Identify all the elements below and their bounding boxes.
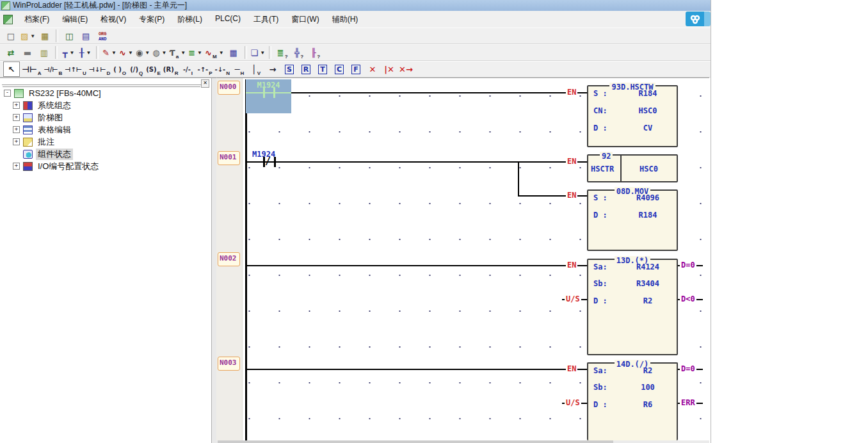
menu-item-plc[interactable]: PLC(C): [209, 12, 247, 28]
address-book-icon[interactable]: ▥: [36, 45, 52, 60]
panel-grip[interactable]: [2, 81, 201, 85]
relay-instr-icon[interactable]: R: [298, 62, 314, 76]
menu-item-ladder[interactable]: 阶梯(L): [171, 12, 209, 28]
collapse-icon[interactable]: -: [4, 90, 11, 97]
monitor-a-dropdown-arrow[interactable]: ▼: [181, 47, 186, 60]
rising-edge-icon[interactable]: -↑-P: [197, 62, 213, 76]
scrollbar-thumb[interactable]: [218, 440, 613, 443]
status-list-icon[interactable]: ≡▼: [188, 45, 203, 60]
param-value[interactable]: R4096: [622, 193, 674, 202]
param-value[interactable]: R4124: [622, 262, 674, 271]
menu-item-tool[interactable]: 工具(T): [247, 12, 285, 28]
new-file-icon[interactable]: □: [3, 29, 19, 43]
expand-icon[interactable]: +: [13, 114, 20, 121]
function-block-mul[interactable]: 13D.(*) Sa:R4124 Sb:R3404 D :R2: [587, 259, 678, 355]
horizontal-line-icon[interactable]: ─H: [232, 62, 247, 76]
delete-network-icon[interactable]: ✕→: [398, 62, 414, 76]
fatek-logo-button[interactable]: [686, 12, 704, 26]
sequential-instr-icon[interactable]: S: [282, 62, 297, 76]
coil-reset-icon[interactable]: (R)R: [163, 62, 179, 76]
network-label-n003[interactable]: N003: [218, 357, 240, 371]
mdi-child-icon[interactable]: [3, 15, 13, 24]
network-label-n000[interactable]: N000: [218, 81, 240, 95]
network-label-n001[interactable]: N001: [218, 151, 240, 165]
coil-out-icon[interactable]: ( )O: [112, 62, 127, 76]
relay-monitor-icon[interactable]: ◍▼: [152, 45, 167, 60]
edit-comment-icon[interactable]: ✎▼: [102, 45, 117, 60]
block-cell[interactable]: HSC0: [639, 165, 658, 173]
register-monitor-icon[interactable]: ∿M▼: [204, 45, 225, 60]
param-value[interactable]: 100: [622, 383, 674, 392]
panel-splitter[interactable]: [211, 77, 216, 443]
param-value[interactable]: R2: [622, 296, 674, 305]
function-block-mov[interactable]: 08D.MOV S :R4096 D :R184: [587, 189, 678, 251]
menu-item-help[interactable]: 辅助(H): [326, 12, 365, 28]
io-convert-icon[interactable]: ⇄: [3, 45, 19, 60]
network-label-n002[interactable]: N002: [218, 252, 240, 266]
param-value[interactable]: R2: [622, 366, 674, 375]
selected-contact-m1924[interactable]: M1924: [246, 79, 291, 113]
expand-icon[interactable]: +: [13, 138, 20, 145]
menu-item-edit[interactable]: 编辑(E): [56, 12, 94, 28]
zoom-register-icon[interactable]: ◉▼: [135, 45, 150, 60]
tree-item-component-status[interactable]: 组件状态: [0, 148, 211, 160]
network-view-dropdown-arrow[interactable]: ▼: [86, 47, 91, 60]
open-file-dropdown-arrow[interactable]: ▼: [30, 30, 35, 43]
tree-item-table-edit[interactable]: +表格编辑: [0, 124, 211, 136]
function-block-div[interactable]: 14D.(/) Sa:R2 Sb:100 D :R6: [587, 362, 678, 440]
param-value[interactable]: R184: [622, 211, 674, 220]
tree-item-rs232-root[interactable]: -RS232 [FBs-40MC]: [0, 87, 211, 99]
menu-item-window[interactable]: 窗口(W): [285, 12, 325, 28]
menu-item-project[interactable]: 专案(P): [133, 12, 171, 28]
timer-instr-icon[interactable]: T: [315, 62, 330, 76]
param-value[interactable]: R184: [622, 89, 674, 98]
expand-icon[interactable]: +: [13, 102, 20, 109]
function-block-hsctw[interactable]: 93D.HSCTW S :R184 CN:HSC0 D :CV: [587, 85, 678, 147]
continue-line-icon[interactable]: →: [265, 62, 280, 76]
register-monitor-dropdown-arrow[interactable]: ▼: [219, 47, 224, 60]
contact-down-icon[interactable]: ⊣↓⊢D: [88, 62, 111, 76]
param-value[interactable]: R3404: [622, 279, 674, 288]
title-bar[interactable]: WinProLadder [轻工机械.pdw] - [阶梯图 - 主单元一]: [0, 0, 711, 12]
panel-close-button[interactable]: ✕: [201, 79, 209, 88]
table-window-icon[interactable]: ▤: [78, 29, 93, 43]
monitor-io-dropdown-arrow[interactable]: ▼: [128, 47, 133, 60]
param-value[interactable]: CV: [622, 124, 674, 133]
menu-item-file[interactable]: 档案(F): [18, 12, 56, 28]
save-file-icon[interactable]: ▦: [37, 29, 52, 43]
param-value[interactable]: R6: [622, 400, 674, 409]
function-instr-icon[interactable]: F: [348, 62, 364, 76]
tree-item-system-config[interactable]: +系统组态: [0, 99, 211, 111]
tree-item-io-config-status[interactable]: +I/O编号配置状态: [0, 160, 211, 172]
open-file-icon[interactable]: ▨▼: [20, 29, 36, 43]
delete-column-icon[interactable]: |✕: [382, 62, 397, 76]
expand-icon[interactable]: +: [13, 163, 20, 170]
relay-monitor-dropdown-arrow[interactable]: ▼: [162, 47, 167, 60]
ladder-window-icon[interactable]: ◫: [61, 29, 77, 43]
org-and-icon[interactable]: ORGAND: [95, 29, 110, 43]
tree-item-ladder-diagram[interactable]: +阶梯图: [0, 111, 211, 124]
network-view-icon[interactable]: ╂▼: [77, 45, 93, 60]
delete-element-icon[interactable]: ✕: [365, 62, 380, 76]
falling-edge-icon[interactable]: -↓-N: [214, 62, 230, 76]
edit-comment-dropdown-arrow[interactable]: ▼: [111, 47, 117, 60]
counter-instr-icon[interactable]: C: [332, 62, 347, 76]
project-tree-icon[interactable]: ┳▼: [61, 45, 76, 60]
function-block-hsctr[interactable]: 92 HSCTR HSC0: [587, 154, 678, 182]
monitor-a-icon[interactable]: Ƭa▼: [169, 45, 187, 60]
table-view-icon[interactable]: ▦: [226, 45, 241, 60]
document-zoom-icon[interactable]: ❏▼: [250, 45, 266, 60]
zoom-register-dropdown-arrow[interactable]: ▼: [145, 47, 150, 60]
monitor-io-icon[interactable]: ∿▼: [118, 45, 134, 60]
document-zoom-dropdown-arrow[interactable]: ▼: [260, 47, 265, 60]
contact-no-icon[interactable]: ⊣⊢A: [21, 62, 42, 76]
invert-element-icon[interactable]: -/-I: [180, 62, 195, 76]
component-help-icon[interactable]: ≣?: [275, 45, 290, 60]
contact-help-icon[interactable]: ╟?: [308, 45, 323, 60]
status-list-dropdown-arrow[interactable]: ▼: [197, 47, 202, 60]
contact-nc-icon[interactable]: ⊣/⊢B: [44, 62, 63, 76]
vertical-line-icon[interactable]: │V: [248, 62, 264, 76]
horizontal-scrollbar[interactable]: [216, 440, 709, 443]
tree-item-comment[interactable]: +批注: [0, 136, 211, 148]
coil-not-icon[interactable]: (/)Q: [129, 62, 144, 76]
